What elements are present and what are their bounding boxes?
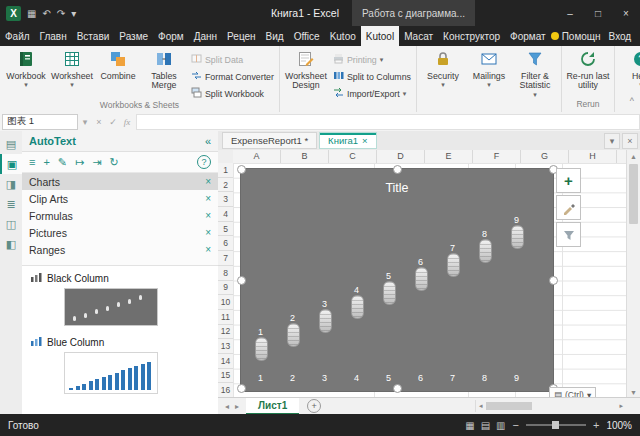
vertical-scroll-thumb[interactable] <box>629 164 638 224</box>
row-header-8[interactable]: 8 <box>218 266 233 281</box>
workbook-button[interactable]: Workbook▾ <box>3 49 49 89</box>
zoom-level[interactable]: 100% <box>606 420 632 431</box>
ribbon-tab-конструктор[interactable]: Конструктор <box>438 26 505 46</box>
close-icon[interactable]: × <box>205 193 211 204</box>
selection-handle[interactable] <box>237 276 246 285</box>
horizontal-scrollbar[interactable]: ◂ ▸ <box>475 400 626 412</box>
split-to-columns-button[interactable]: Split to Columns <box>333 70 411 83</box>
customize-grid-icon[interactable]: ▦ <box>27 8 36 19</box>
selection-handle[interactable] <box>237 165 246 174</box>
selection-handle[interactable] <box>237 384 246 393</box>
column-list-icon[interactable]: ≣ <box>0 194 22 214</box>
ribbon-tab-главн[interactable]: Главн <box>35 26 72 46</box>
name-box-dropdown-icon[interactable]: ▾ <box>78 117 92 127</box>
column-header-G[interactable]: G <box>521 150 569 163</box>
row-header-4[interactable]: 4 <box>218 207 233 222</box>
combine-button[interactable]: Combine <box>95 49 141 81</box>
ribbon-tab-kutoo[interactable]: Kutoo <box>325 26 361 46</box>
row-header-5[interactable]: 5 <box>218 222 233 237</box>
column-header-F[interactable]: F <box>473 150 521 163</box>
workbook-sheet-nav-icon[interactable]: ▤ <box>0 134 22 154</box>
ribbon-tab-файл[interactable]: Файл <box>0 26 35 46</box>
tables-merge-button[interactable]: Tables Merge <box>141 49 187 91</box>
help-icon[interactable]: ? <box>197 155 211 169</box>
chart-filters-button[interactable] <box>556 222 581 247</box>
entry-blue-column[interactable]: Blue Column <box>22 334 218 350</box>
close-icon[interactable]: × <box>205 227 211 238</box>
help-bulb[interactable]: Помощн <box>551 31 601 42</box>
zoom-in-button[interactable]: + <box>593 419 599 431</box>
row-header-9[interactable]: 9 <box>218 281 233 296</box>
selection-handle[interactable] <box>393 165 402 174</box>
close-document[interactable]: × <box>622 133 638 149</box>
page-layout-view-icon[interactable]: ▤ <box>481 420 490 431</box>
scroll-left-icon[interactable]: ◂ <box>476 402 486 410</box>
import-export-button[interactable]: Import/Export▾ <box>333 87 411 100</box>
undo-icon[interactable]: ↶ <box>42 8 50 19</box>
menu-icon[interactable]: ≡ <box>29 156 35 169</box>
split-data-button[interactable]: Split Data <box>191 53 274 66</box>
thumbnail-blue-column[interactable] <box>64 352 158 394</box>
export-icon[interactable]: ↦ <box>75 156 84 169</box>
row-header-11[interactable]: 11 <box>218 310 233 325</box>
normal-view-icon[interactable]: ▦ <box>465 420 474 431</box>
mailings-button[interactable]: Mailings▾ <box>466 49 512 89</box>
filter-statistic-button[interactable]: Filter & Statistic▾ <box>512 49 558 99</box>
autotext-group-pictures[interactable]: Pictures× <box>22 224 218 241</box>
name-manager-icon[interactable]: ◨ <box>0 174 22 194</box>
import-icon[interactable]: ⇥ <box>92 156 101 169</box>
column-header-D[interactable]: D <box>377 150 425 163</box>
vertical-scrollbar[interactable]: ▲ ▼ <box>626 150 640 398</box>
sheet-tab-лист1[interactable]: Лист1 <box>246 398 299 415</box>
selection-handle[interactable] <box>393 384 402 393</box>
thumbnail-black-column[interactable] <box>64 288 158 326</box>
ribbon-tab-формат[interactable]: Формат <box>505 26 551 46</box>
row-header-7[interactable]: 7 <box>218 251 233 266</box>
embedded-chart[interactable]: Title 112233445566778899 <box>240 168 554 392</box>
close-button[interactable]: × <box>612 0 640 26</box>
help-button[interactable]: ?Help▾ <box>618 49 640 89</box>
ribbon-tab-форм[interactable]: Форм <box>153 26 189 46</box>
worksheet-button[interactable]: Worksheet▾ <box>49 49 95 89</box>
next-sheet-arrow[interactable]: ▸ <box>232 402 242 411</box>
close-icon[interactable]: × <box>362 135 368 146</box>
ribbon-tab-kutool[interactable]: Kutool <box>361 26 399 46</box>
name-box[interactable]: 图表 1 <box>2 114 78 130</box>
row-header-14[interactable]: 14 <box>218 354 233 369</box>
ribbon-tab-данн[interactable]: Данн <box>189 26 222 46</box>
refresh-icon[interactable]: ↻ <box>110 156 119 169</box>
column-header-C[interactable]: C <box>329 150 377 163</box>
re-run-last-utility-button[interactable]: Re-run last utility <box>565 49 611 91</box>
printing-button[interactable]: Printing▾ <box>333 53 411 66</box>
redo-icon[interactable]: ↷ <box>57 8 65 19</box>
minimize-button[interactable]: – <box>556 0 584 26</box>
autotext-pane-icon[interactable]: ▣ <box>0 154 22 174</box>
doc-tab-книга1[interactable]: Книга1× <box>319 132 376 149</box>
format-converter-button[interactable]: Format Converter <box>191 70 274 83</box>
formula-input[interactable] <box>136 114 640 130</box>
autotext-group-clip-arts[interactable]: Clip Arts× <box>22 190 218 207</box>
column-header-B[interactable]: B <box>281 150 329 163</box>
qat-dropdown-icon[interactable]: ▾ <box>71 8 76 19</box>
close-icon[interactable]: × <box>205 176 211 187</box>
row-header-12[interactable]: 12 <box>218 325 233 340</box>
worksheet-design-button[interactable]: Worksheet Design <box>283 49 329 91</box>
row-header-1[interactable]: 1 <box>218 163 233 178</box>
add-sheet-button[interactable]: + <box>307 399 321 413</box>
row-header-13[interactable]: 13 <box>218 339 233 354</box>
doc-tab-expensereport1-[interactable]: ExpenseReport1 * <box>222 132 317 149</box>
column-header-E[interactable]: E <box>425 150 473 163</box>
column-header-A[interactable]: A <box>233 150 281 163</box>
autotext-group-formulas[interactable]: Formulas× <box>22 207 218 224</box>
column-header-H[interactable]: H <box>569 150 617 163</box>
chart-elements-button[interactable]: + <box>556 168 581 193</box>
scroll-right-icon[interactable]: ▸ <box>616 402 626 410</box>
zoom-slider[interactable] <box>526 424 586 426</box>
ribbon-tab-рецен[interactable]: Рецен <box>222 26 261 46</box>
ribbon-tab-вид[interactable]: Вид <box>261 26 289 46</box>
horizontal-scroll-thumb[interactable] <box>486 402 532 410</box>
row-header-6[interactable]: 6 <box>218 236 233 251</box>
sign-in[interactable]: Вход <box>609 31 632 42</box>
chart-styles-button[interactable] <box>556 195 581 220</box>
select-all-corner[interactable] <box>218 150 234 164</box>
